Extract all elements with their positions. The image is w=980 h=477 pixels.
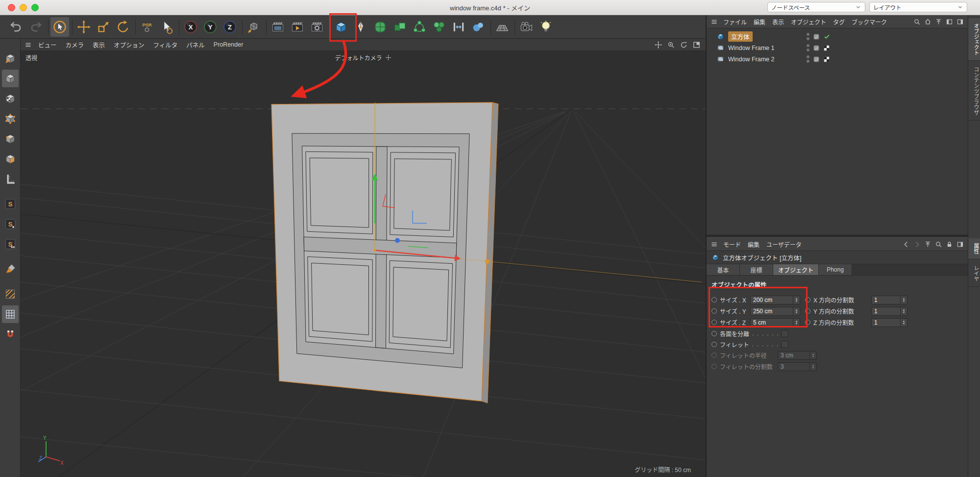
keyframe-dot[interactable] (711, 320, 717, 325)
tab-Phong[interactable]: Phong (819, 264, 852, 275)
panel-left-icon[interactable] (946, 18, 953, 25)
object-row[interactable]: Window Frame 1 (707, 42, 968, 53)
forward-icon[interactable] (913, 241, 921, 248)
layout-select[interactable]: レイアウト (869, 2, 967, 12)
stepper[interactable]: ▲▼ (809, 351, 816, 359)
attr-menu-item-0[interactable]: モード (720, 240, 744, 249)
camera-label[interactable]: デフォルトカメラ (335, 53, 382, 62)
viewport-menu-item-0[interactable]: ビュー (34, 40, 61, 50)
object-menu-item-4[interactable]: タグ (830, 18, 848, 26)
floor-button[interactable] (493, 17, 512, 37)
array-button[interactable] (410, 17, 429, 37)
polygon-mode-button[interactable] (2, 150, 19, 168)
dock-tab-オブジェクト[interactable]: オブジェクト (968, 18, 980, 61)
attr-menu-item-2[interactable]: ユーザデータ (763, 240, 805, 249)
stepper[interactable]: ▲▼ (900, 307, 907, 315)
rotate-view-icon[interactable] (680, 41, 688, 49)
search-icon[interactable] (913, 18, 921, 25)
separate-faces-checkbox[interactable] (781, 330, 788, 337)
texture-tag[interactable] (823, 45, 830, 51)
size-z-field[interactable]: 5 cm ▲▼ (750, 318, 800, 327)
nodespace-select[interactable]: ノードスペース (767, 2, 865, 12)
y-axis-lock[interactable]: Y (201, 17, 220, 37)
tab-オブジェクト[interactable]: オブジェクト (773, 264, 819, 275)
keyframe-dot[interactable] (711, 297, 717, 302)
tab-座標[interactable]: 座標 (740, 264, 773, 275)
home-icon[interactable] (924, 18, 931, 25)
coordinate-system-toggle[interactable] (245, 17, 263, 37)
texture-mode-button[interactable] (2, 90, 19, 107)
x-axis-lock[interactable]: X (181, 17, 200, 37)
segments-z-field[interactable]: 1 ▲▼ (871, 318, 907, 327)
parent-up-icon[interactable] (935, 18, 942, 25)
viewport-menu-item-4[interactable]: フィルタ (149, 40, 182, 50)
object-row[interactable]: 立方体 (707, 31, 968, 42)
zoom-view-icon[interactable] (667, 41, 675, 49)
primitive-cube-button[interactable] (332, 17, 350, 37)
keyframe-dot[interactable] (805, 320, 810, 325)
visibility-dots[interactable] (807, 44, 809, 51)
make-editable-button[interactable] (2, 50, 19, 67)
edge-mode-button[interactable] (2, 130, 19, 148)
undo-icon[interactable] (7, 17, 25, 37)
stepper[interactable]: ▲▼ (793, 296, 800, 304)
object-menu-item-3[interactable]: オブジェクト (787, 18, 830, 26)
live-selection-tool[interactable] (50, 17, 69, 37)
viewport[interactable]: 透視 デフォルトカメラ グリッド間隔 : 50 cm Y Z X (21, 51, 706, 477)
phong-tag[interactable] (813, 33, 820, 40)
instance-button[interactable] (391, 17, 409, 37)
object-menu-item-1[interactable]: 編集 (750, 18, 769, 26)
lock-icon[interactable] (946, 241, 953, 248)
segments-y-field[interactable]: 1 ▲▼ (871, 307, 907, 316)
size-x-field[interactable]: 200 cm ▲▼ (750, 296, 800, 304)
render-view-button[interactable] (269, 17, 287, 37)
back-icon[interactable] (903, 241, 910, 248)
keyframe-dot[interactable] (711, 308, 717, 314)
object-menu-item-5[interactable]: ブックマーク (848, 18, 890, 26)
workplane-lock-button[interactable] (2, 285, 19, 303)
keyframe-dot[interactable] (805, 308, 810, 314)
render-settings-button[interactable] (308, 17, 326, 37)
visibility-dots[interactable] (807, 55, 809, 63)
dock-tab-コンテンツブラウザ[interactable]: コンテンツブラウザ (968, 62, 980, 121)
menu-icon[interactable] (710, 18, 718, 25)
scale-tool[interactable] (94, 17, 113, 37)
phong-tag[interactable] (813, 56, 820, 63)
stepper[interactable]: ▲▼ (900, 319, 907, 326)
tab-基本[interactable]: 基本 (707, 264, 740, 275)
rotate-tool[interactable] (114, 17, 132, 37)
model-mode-button[interactable] (2, 70, 19, 87)
object-name[interactable]: Window Frame 1 (728, 45, 774, 51)
render-picture-viewer-button[interactable] (288, 17, 307, 37)
tweak-tool[interactable] (157, 17, 176, 37)
viewport-solo-single-button[interactable]: S (2, 215, 19, 233)
object-menu-item-2[interactable]: 表示 (769, 18, 787, 26)
viewport-menu-item-1[interactable]: カメラ (61, 40, 89, 50)
size-y-field[interactable]: 250 cm ▲▼ (750, 307, 800, 316)
enabled-check-icon[interactable] (823, 33, 831, 40)
snap-grid-button[interactable] (2, 305, 19, 323)
stepper[interactable]: ▲▼ (809, 363, 816, 371)
viewport-menu-item-2[interactable]: 表示 (88, 40, 109, 50)
dock-tab-レイヤ[interactable]: レイヤ (968, 260, 980, 287)
toggle-view-icon[interactable] (692, 41, 701, 49)
stepper[interactable]: ▲▼ (900, 296, 907, 304)
phong-tag[interactable] (813, 45, 820, 51)
object-name[interactable]: 立方体 (728, 31, 753, 42)
object-menu-item-0[interactable]: ファイル (720, 18, 750, 26)
viewport-menu-item-5[interactable]: パネル (182, 40, 209, 50)
point-mode-button[interactable] (2, 110, 19, 127)
metaball-button[interactable] (469, 17, 488, 37)
psr-tool[interactable]: PSR (138, 17, 156, 37)
panel-right-icon[interactable] (956, 18, 964, 25)
panel-right-icon[interactable] (956, 241, 964, 248)
segments-x-field[interactable]: 1 ▲▼ (871, 296, 907, 304)
menu-icon[interactable] (24, 41, 32, 49)
camera-button[interactable] (517, 17, 536, 37)
enable-snap-button[interactable] (2, 326, 19, 343)
parent-up-icon[interactable] (924, 241, 931, 248)
viewport-menu-item-3[interactable]: オプション (109, 40, 149, 50)
viewport-solo-hierarchy-button[interactable]: S (2, 235, 19, 253)
brush-tool-button[interactable] (2, 260, 19, 278)
workplane-mode-button[interactable] (2, 170, 19, 188)
